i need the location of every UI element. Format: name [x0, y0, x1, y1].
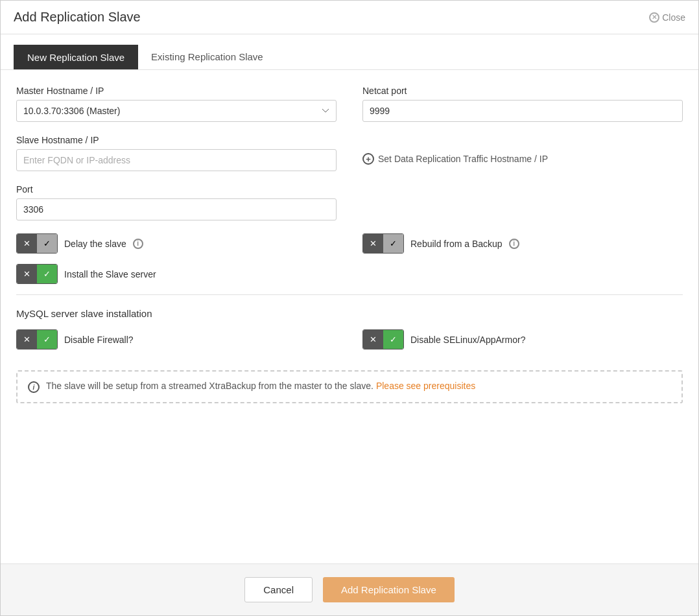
tab-bar: New Replication Slave Existing Replicati… [1, 34, 698, 70]
rebuild-backup-toggle-group: ✕ ✓ Rebuild from a Backup i [362, 233, 683, 254]
installation-heading: MySQL server slave installation [16, 308, 683, 319]
slave-hostname-input[interactable] [16, 149, 337, 171]
disable-firewall-off-btn[interactable]: ✕ [17, 330, 37, 349]
rebuild-backup-label: Rebuild from a Backup [410, 239, 503, 249]
install-slave-toggle-group: ✕ ✓ Install the Slave server [16, 264, 683, 284]
port-input[interactable] [16, 198, 337, 220]
disable-selinux-toggle-group: ✕ ✓ Disable SELinux/AppArmor? [362, 329, 683, 349]
disable-firewall-on-btn[interactable]: ✓ [37, 330, 57, 349]
disable-selinux-off-btn[interactable]: ✕ [363, 330, 383, 349]
rebuild-backup-col: ✕ ✓ Rebuild from a Backup i [362, 233, 683, 264]
rebuild-backup-off-btn[interactable]: ✕ [363, 234, 383, 253]
plus-icon: + [362, 153, 374, 165]
master-hostname-label: Master Hostname / IP [16, 86, 337, 96]
slave-hostname-group: Slave Hostname / IP [16, 135, 337, 171]
port-row: Port [16, 184, 683, 220]
section-divider [16, 294, 683, 295]
modal-footer: Cancel Add Replication Slave [1, 563, 698, 615]
netcat-port-group: Netcat port [362, 86, 683, 122]
close-button[interactable]: ✕ Close [649, 12, 685, 23]
info-box-text: The slave will be setup from a streamed … [46, 381, 475, 391]
slave-hostname-row: Slave Hostname / IP + Set Data Replicati… [16, 135, 683, 171]
modal-title: Add Replication Slave [14, 10, 141, 25]
install-slave-label: Install the Slave server [64, 269, 156, 279]
master-hostname-group: Master Hostname / IP 10.0.3.70:3306 (Mas… [16, 86, 337, 122]
delay-slave-off-btn[interactable]: ✕ [17, 234, 37, 253]
tab-new-replication-slave[interactable]: New Replication Slave [14, 45, 138, 69]
rebuild-backup-info-icon[interactable]: i [509, 239, 519, 249]
prerequisites-link[interactable]: Please see prerequisites [376, 381, 475, 391]
disable-selinux-toggle[interactable]: ✕ ✓ [362, 329, 404, 349]
toggles-row-1: ✕ ✓ Delay the slave i ✕ ✓ Rebuild from a… [16, 233, 683, 264]
info-box-icon: i [28, 381, 40, 393]
close-label: Close [662, 12, 685, 23]
port-group: Port [16, 184, 337, 220]
rebuild-backup-on-btn[interactable]: ✓ [383, 234, 403, 253]
delay-slave-on-btn[interactable]: ✓ [37, 234, 57, 253]
install-slave-on-btn[interactable]: ✓ [37, 265, 57, 283]
rebuild-backup-toggle[interactable]: ✕ ✓ [362, 233, 404, 254]
set-traffic-label: Set Data Replication Traffic Hostname / … [378, 154, 548, 164]
delay-slave-toggle-group: ✕ ✓ Delay the slave i [16, 233, 337, 254]
cancel-button[interactable]: Cancel [244, 577, 313, 602]
master-netcat-row: Master Hostname / IP 10.0.3.70:3306 (Mas… [16, 86, 683, 122]
toggles-row-2: ✕ ✓ Disable Firewall? ✕ ✓ Disable SELinu… [16, 329, 683, 360]
info-box: i The slave will be setup from a streame… [16, 370, 683, 403]
port-label: Port [16, 184, 337, 195]
mysql-installation-section: MySQL server slave installation ✕ ✓ Disa… [16, 308, 683, 403]
disable-selinux-col: ✕ ✓ Disable SELinux/AppArmor? [362, 329, 683, 360]
slave-hostname-label: Slave Hostname / IP [16, 135, 337, 145]
master-hostname-select[interactable]: 10.0.3.70:3306 (Master) [16, 100, 337, 122]
add-replication-slave-button[interactable]: Add Replication Slave [323, 577, 455, 602]
netcat-port-label: Netcat port [362, 86, 683, 96]
delay-slave-label: Delay the slave [64, 239, 126, 249]
disable-firewall-toggle-group: ✕ ✓ Disable Firewall? [16, 329, 337, 349]
close-icon: ✕ [649, 12, 659, 23]
install-slave-off-btn[interactable]: ✕ [17, 265, 37, 283]
delay-slave-info-icon[interactable]: i [133, 239, 143, 249]
modal-body: Master Hostname / IP 10.0.3.70:3306 (Mas… [1, 70, 698, 563]
disable-selinux-on-btn[interactable]: ✓ [383, 330, 403, 349]
set-traffic-link[interactable]: + Set Data Replication Traffic Hostname … [362, 153, 683, 165]
delay-slave-col: ✕ ✓ Delay the slave i [16, 233, 337, 264]
disable-firewall-toggle[interactable]: ✕ ✓ [16, 329, 58, 349]
disable-firewall-col: ✕ ✓ Disable Firewall? [16, 329, 337, 360]
set-traffic-group: + Set Data Replication Traffic Hostname … [362, 135, 683, 171]
modal: Add Replication Slave ✕ Close New Replic… [0, 0, 699, 616]
port-spacer [362, 184, 683, 220]
delay-slave-toggle[interactable]: ✕ ✓ [16, 233, 58, 254]
disable-selinux-label: Disable SELinux/AppArmor? [410, 335, 525, 345]
tab-existing-replication-slave[interactable]: Existing Replication Slave [138, 45, 276, 69]
modal-header: Add Replication Slave ✕ Close [1, 1, 698, 34]
disable-firewall-label: Disable Firewall? [64, 335, 134, 345]
netcat-port-input[interactable] [362, 100, 683, 122]
install-slave-toggle[interactable]: ✕ ✓ [16, 264, 58, 284]
